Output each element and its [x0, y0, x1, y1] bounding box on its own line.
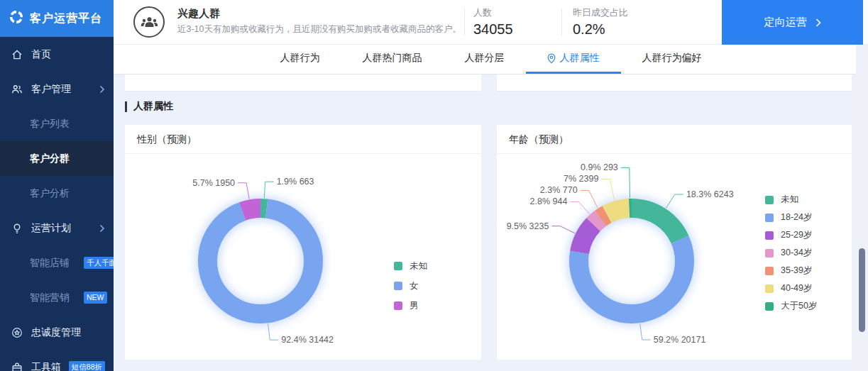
legend-swatch-icon	[765, 284, 774, 293]
charts-row: 性别（预测） 1.9% 66392.4% 314425.7% 1950 未知女男…	[125, 125, 868, 360]
app-root: 客户运营平台 首页 客户管理 客户列表 客户分群 客户分析	[0, 0, 868, 371]
slice-value-label: 18.3% 6243	[686, 189, 734, 199]
chevron-right-icon	[99, 85, 105, 94]
legend-label: 40-49岁	[781, 282, 812, 294]
legend-item[interactable]: 18-24岁	[765, 209, 817, 226]
gender-donut-chart[interactable]: 1.9% 66392.4% 314425.7% 1950	[125, 154, 481, 360]
tab-crowd-layering[interactable]: 人群分层	[444, 45, 526, 74]
loyalty-star-icon	[10, 326, 24, 340]
sidebar-item-toolbox[interactable]: 工具箱 短信88折	[0, 350, 114, 371]
callout-line	[551, 226, 575, 233]
donut-ring	[579, 209, 685, 314]
content-area: 人群属性 性别（预测） 1.9% 66392.4% 314425.7% 1950…	[114, 74, 868, 371]
legend-item[interactable]: 25-29岁	[765, 226, 817, 244]
legend-swatch-icon	[394, 301, 402, 310]
stat-yesterday-conversion: 昨日成交占比 0.2%	[562, 6, 669, 38]
gender-card-title: 性别（预测）	[125, 125, 481, 154]
donut-ring	[208, 209, 314, 314]
toolbox-icon	[10, 360, 24, 371]
legend-label: 未知	[781, 194, 798, 206]
section-title: 人群属性	[133, 100, 173, 113]
legend-item[interactable]: 30-34岁	[765, 244, 817, 262]
legend-swatch-icon	[765, 302, 774, 311]
crowd-group-icon	[133, 6, 165, 38]
sidebar-item-customer-analysis[interactable]: 客户分析	[0, 176, 114, 211]
sidebar: 客户运营平台 首页 客户管理 客户列表 客户分群 客户分析	[0, 0, 114, 371]
callout-line	[640, 323, 651, 340]
scrollbar-thumb[interactable]	[859, 248, 865, 332]
legend-label: 25-29岁	[781, 229, 812, 241]
legend-label: 18-24岁	[781, 211, 812, 223]
sidebar-item-operation-plan[interactable]: 运营计划	[0, 211, 114, 245]
legend-item[interactable]: 未知	[765, 191, 817, 209]
sidebar-item-customer-list[interactable]: 客户列表	[0, 106, 114, 141]
callout-line	[264, 182, 273, 198]
legend-item[interactable]: 35-39岁	[765, 262, 817, 279]
users-icon	[10, 82, 24, 96]
scrollbar-track[interactable]	[856, 45, 868, 371]
smart-marketing-badge: NEW	[84, 292, 107, 304]
sidebar-item-home[interactable]: 首页	[0, 37, 114, 72]
chevron-right-icon	[99, 224, 105, 233]
tab-crowd-hot-items[interactable]: 人群热门商品	[341, 45, 444, 74]
app-logo-icon	[9, 9, 24, 28]
legend-swatch-icon	[765, 249, 774, 258]
legend-item[interactable]: 女	[394, 276, 427, 296]
callout-line	[666, 194, 683, 208]
legend-item[interactable]: 40-49岁	[765, 279, 817, 297]
callout-line	[238, 183, 249, 199]
gender-chart-card: 性别（预测） 1.9% 66392.4% 314425.7% 1950 未知女男	[125, 125, 481, 360]
legend-swatch-icon	[394, 282, 402, 290]
slice-value-label: 9.5% 3235	[507, 221, 549, 231]
legend-item[interactable]: 未知	[394, 256, 427, 276]
slice-value-label: 5.7% 1950	[192, 178, 235, 188]
sidebar-nav: 首页 客户管理 客户列表 客户分群 客户分析 运营计划 智能店铺	[0, 37, 114, 371]
targeted-operation-button[interactable]: 定向运营	[722, 0, 863, 45]
callout-line	[581, 190, 598, 208]
callout-line	[621, 167, 630, 198]
segment-description: 近3-10天有加购或收藏行为，且近期没有购买加购或者收藏商品的客户。	[177, 23, 464, 36]
legend-label: 30-34岁	[781, 247, 812, 259]
legend-swatch-icon	[394, 262, 402, 270]
legend-swatch-icon	[765, 267, 774, 275]
segment-header: 兴趣人群 近3-10天有加购或收藏行为，且近期没有购买加购或者收藏商品的客户。 …	[114, 0, 868, 45]
section-header: 人群属性	[125, 100, 868, 113]
sidebar-item-customer-segmentation[interactable]: 客户分群	[0, 141, 114, 176]
sidebar-item-loyalty-management[interactable]: 忠诚度管理	[0, 315, 114, 350]
sidebar-item-smart-marketing[interactable]: 智能营销 NEW	[0, 280, 114, 315]
app-logo-bar[interactable]: 客户运营平台	[0, 0, 114, 37]
legend-label: 女	[410, 280, 419, 292]
segment-title: 兴趣人群	[177, 7, 464, 21]
tab-crowd-attributes[interactable]: 人群属性	[526, 45, 621, 74]
toolbox-badge: 短信88折	[69, 361, 105, 371]
card-partial-top-left	[125, 74, 481, 92]
location-pin-icon	[547, 53, 556, 64]
chevron-right-icon	[815, 18, 821, 27]
sidebar-item-customer-management[interactable]: 客户管理	[0, 72, 114, 106]
legend-label: 男	[410, 300, 419, 312]
slice-value-label: 0.9% 293	[581, 162, 618, 172]
donut-slice[interactable]	[208, 209, 314, 314]
slice-value-label: 7% 2399	[564, 174, 598, 184]
previous-cards-bottom	[125, 74, 868, 92]
slice-value-label: 2.8% 944	[530, 196, 568, 206]
callout-line	[601, 179, 614, 200]
tab-crowd-behavior[interactable]: 人群行为	[259, 45, 341, 74]
home-icon	[10, 48, 24, 62]
section-marker-bar	[125, 101, 127, 112]
stat-people-count: 人数 34055	[465, 6, 561, 38]
legend-swatch-icon	[765, 196, 774, 204]
age-chart-card: 年龄（预测） 18.3% 624359.2% 201719.5% 32352.8…	[497, 125, 852, 360]
callout-line	[570, 201, 589, 214]
app-title: 客户运营平台	[30, 11, 102, 26]
age-chart-legend: 未知18-24岁25-29岁30-34岁35-39岁40-49岁大于50岁	[765, 191, 817, 315]
slice-value-label: 59.2% 20171	[654, 335, 706, 345]
legend-item[interactable]: 男	[394, 296, 427, 316]
legend-swatch-icon	[765, 214, 774, 222]
sidebar-item-smart-shop[interactable]: 智能店铺 千人千面	[0, 245, 114, 280]
legend-label: 35-39岁	[781, 265, 812, 277]
legend-item[interactable]: 大于50岁	[765, 297, 817, 315]
tab-crowd-behavior-preference[interactable]: 人群行为偏好	[621, 45, 723, 74]
card-partial-top-right	[497, 74, 852, 92]
gender-chart-legend: 未知女男	[394, 256, 427, 316]
